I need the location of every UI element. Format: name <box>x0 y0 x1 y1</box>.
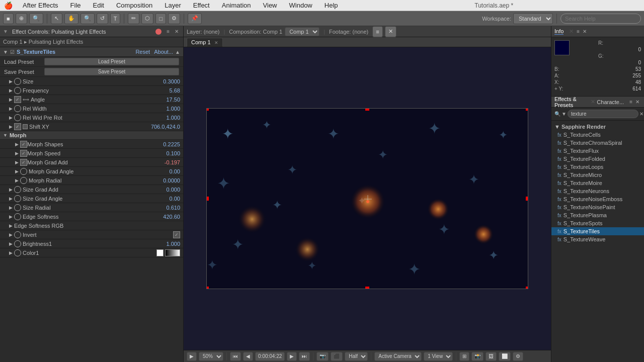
toolbar-text[interactable]: T <box>110 13 121 24</box>
tree-item-texture-weave[interactable]: fx S_TextureWeave <box>551 235 644 243</box>
param-checkbox[interactable]: ✓ <box>20 159 27 166</box>
handle-mid-left[interactable] <box>206 197 209 201</box>
vc-view-select[interactable]: 1 View <box>424 352 453 361</box>
vc-active-camera-select[interactable]: Active Camera <box>374 352 422 361</box>
ec-close-btn[interactable]: ✕ <box>173 28 180 35</box>
handle-mid-right[interactable] <box>526 197 528 201</box>
expand-icon[interactable]: ▶ <box>9 88 13 93</box>
expand-icon[interactable]: ▶ <box>15 142 19 147</box>
handle-bottom-right[interactable] <box>526 287 528 289</box>
expand-icon[interactable]: ▶ <box>15 160 19 165</box>
tree-item-texture-cells[interactable]: fx S_TextureCells <box>551 131 644 139</box>
ep-character-tab[interactable]: Characte... <box>597 99 624 105</box>
param-morph-grad-angle-value[interactable]: 0.00 <box>150 168 180 174</box>
info-close-btn[interactable]: ✕ <box>581 28 588 35</box>
tree-item-texture-plasma[interactable]: fx S_TexturePlasma <box>551 211 644 219</box>
tree-item-texture-chroma-spiral[interactable]: fx S_TextureChromaSpiral <box>551 139 644 147</box>
expand-icon[interactable]: ▶ <box>9 205 13 210</box>
tree-item-texture-flux[interactable]: fx S_TextureFlux <box>551 147 644 155</box>
menu-animation[interactable]: Animation <box>220 2 253 9</box>
tree-item-texture-folded[interactable]: fx S_TextureFolded <box>551 155 644 163</box>
ec-options-btn[interactable]: ≡ <box>165 28 171 35</box>
toolbar-clone[interactable]: ⚙ <box>168 13 180 24</box>
ep-options-btn[interactable]: ≡ <box>628 99 634 105</box>
param-rel-wid-pre-rot-value[interactable]: 1.000 <box>150 115 180 121</box>
menu-after-effects[interactable]: After Effects <box>21 2 60 9</box>
info-tab[interactable]: Info <box>554 28 564 35</box>
vc-timecode[interactable]: 0:00:04:22 <box>255 352 285 361</box>
param-angle-value[interactable]: 17.50 <box>150 97 180 103</box>
expand-icon[interactable]: ▶ <box>9 241 13 246</box>
ep-effects-presets-tab[interactable]: Effects & Presets <box>554 97 585 108</box>
comp-tab[interactable]: Comp 1 ✕ <box>187 38 223 47</box>
param-size-grad-add-value[interactable]: 0.000 <box>150 187 180 193</box>
param-checkbox[interactable]: ✓ <box>14 96 21 103</box>
param-brightness1-value[interactable]: 1.000 <box>150 241 180 247</box>
vc-camera-btn[interactable]: 📷 <box>316 352 329 361</box>
effect-reset-btn[interactable]: Reset <box>135 49 150 55</box>
param-color1-swatch[interactable] <box>156 249 164 256</box>
toolbar-rotate[interactable]: ↺ <box>97 13 108 24</box>
expand-icon[interactable]: ▶ <box>15 151 19 156</box>
expand-icon[interactable]: ▶ <box>9 97 13 102</box>
load-preset-btn[interactable]: Load Preset <box>44 58 179 65</box>
effect-about-btn[interactable]: About... <box>154 49 173 55</box>
tree-item-texture-neurons[interactable]: fx S_TextureNeurons <box>551 187 644 195</box>
info-options-btn[interactable]: ≡ <box>575 28 581 35</box>
param-morph-radial-value[interactable]: 0.0000 <box>150 177 180 184</box>
ep-search-input[interactable] <box>568 110 638 118</box>
param-morph-speed-value[interactable]: 0.100 <box>150 150 180 156</box>
param-invert-checkbox[interactable]: ✓ <box>173 231 180 238</box>
expand-icon[interactable]: ▶ <box>9 187 13 192</box>
toolbar-btn-3[interactable]: 🔍 <box>29 13 43 24</box>
vc-first-frame-btn[interactable]: ⏮ <box>230 352 241 361</box>
expand-icon[interactable]: ▶ <box>9 232 13 237</box>
comp-select[interactable]: Comp 1 <box>285 27 319 36</box>
tree-item-texture-moire[interactable]: fx S_TextureMoire <box>551 179 644 187</box>
expand-icon[interactable]: ▶ <box>15 169 19 174</box>
tree-item-texture-noise-paint[interactable]: fx S_TextureNoisePaint <box>551 203 644 211</box>
vc-last-frame-btn[interactable]: ⏭ <box>299 352 310 361</box>
param-morph-shapes-value[interactable]: 0.2225 <box>150 141 180 147</box>
handle-top-right[interactable] <box>526 108 528 111</box>
param-color1-gradient[interactable] <box>165 249 180 256</box>
param-size-radial-value[interactable]: 0.610 <box>150 205 180 211</box>
apple-menu[interactable]: 🍎 <box>4 2 13 10</box>
vc-show-snapshot-btn[interactable]: 🖼 <box>486 352 497 361</box>
handle-top-left[interactable] <box>206 108 209 111</box>
param-size-grad-angle-value[interactable]: 0.00 <box>150 196 180 202</box>
vc-play-btn[interactable]: ▶ <box>187 352 197 361</box>
toolbar-btn-1[interactable]: ■ <box>3 13 14 24</box>
viewer-close-btn[interactable]: ✕ <box>385 26 396 37</box>
vc-next-frame-btn[interactable]: ▶ <box>287 352 297 361</box>
param-morph-grad-add-value[interactable]: -0.197 <box>150 159 180 165</box>
toolbar-pen[interactable]: ✏ <box>128 13 139 24</box>
tree-item-texture-tiles[interactable]: fx S_TextureTiles <box>551 227 644 235</box>
toolbar-pin[interactable]: 📌 <box>188 13 202 24</box>
vc-snapshot-btn[interactable]: 📸 <box>471 352 484 361</box>
menu-edit[interactable]: Edit <box>91 2 106 9</box>
param-checkbox[interactable]: ✓ <box>20 150 27 157</box>
expand-icon[interactable]: ▶ <box>9 223 13 228</box>
comp-tab-close[interactable]: ✕ <box>214 40 218 45</box>
expand-icon[interactable]: ▶ <box>9 124 13 129</box>
param-edge-softness-value[interactable]: 420.60 <box>150 214 180 220</box>
param-checkbox[interactable]: ✓ <box>14 123 21 130</box>
effect-enable-icon[interactable]: ☑ <box>10 49 15 55</box>
expand-icon[interactable]: ▶ <box>15 178 19 183</box>
menu-layer[interactable]: Layer <box>163 2 183 9</box>
menu-help[interactable]: Help <box>323 2 340 9</box>
ep-clear-search-btn[interactable]: ✕ <box>639 111 643 117</box>
menu-view[interactable]: View <box>261 2 279 9</box>
viewer-options-btn[interactable]: ≡ <box>372 26 382 37</box>
toolbar-hand[interactable]: ✋ <box>64 13 78 24</box>
param-checkbox[interactable]: ✓ <box>20 141 27 148</box>
toolbar-mask[interactable]: ⬡ <box>141 13 153 24</box>
tree-item-texture-spots[interactable]: fx S_TextureSpots <box>551 219 644 227</box>
vc-zoom-select[interactable]: 50% <box>199 352 223 361</box>
save-preset-btn[interactable]: Save Preset <box>44 68 179 75</box>
toolbar-shape[interactable]: □ <box>155 13 166 24</box>
param-frequency-value[interactable]: 5.68 <box>150 87 180 94</box>
menu-window[interactable]: Window <box>287 2 314 9</box>
comp-dropdown[interactable]: Composition: Comp 1 Comp 1 <box>229 27 319 36</box>
